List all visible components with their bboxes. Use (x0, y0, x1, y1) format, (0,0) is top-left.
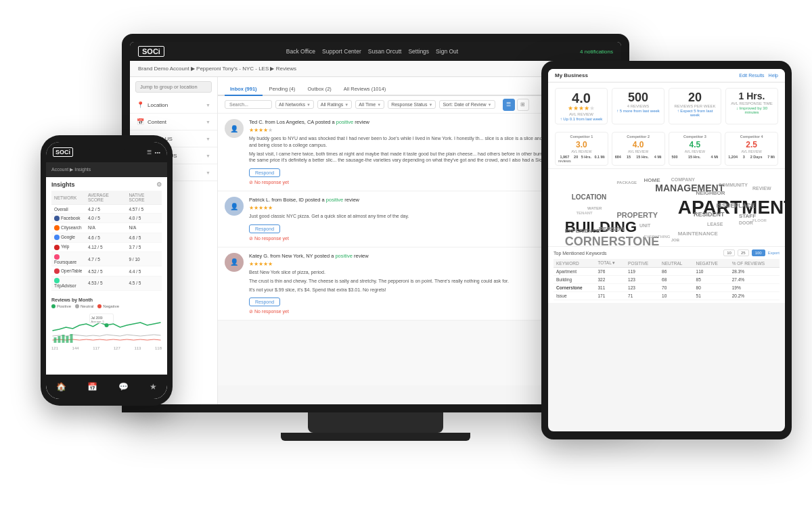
calendar-tab[interactable]: 📅 (87, 382, 97, 391)
competitor-card-1: Competitor 1 3.0 AVL REVIEW 1,967reviews… (555, 132, 608, 166)
word-cloud-word: FLOOR (752, 218, 767, 222)
word-cloud-word: TENANT (576, 211, 592, 215)
kw-cs-neg: 80 (694, 284, 729, 292)
response-filter[interactable]: Response Status▼ (388, 100, 436, 109)
respond-button[interactable]: Respond (249, 297, 280, 306)
tablet-frame: My Business Edit Results Help 4.0 ★★★★★ … (541, 61, 792, 439)
sidebar-item-content[interactable]: 📅 Content ▼ (130, 114, 217, 130)
network-ot: OpenTable (51, 266, 85, 276)
comp4-reviews: 1,204 (728, 155, 738, 159)
grid-view-btn[interactable]: ⊞ (517, 99, 529, 111)
sort-filter[interactable]: Sort: Date of Review▼ (439, 100, 495, 109)
perweek-sub: ↑ Expect 5 from last week (673, 109, 717, 117)
favorites-tab[interactable]: ★ (150, 382, 157, 391)
phone-frame: SOCi ☰ ••• Account ▶ Insights Insights ⚙ (41, 135, 173, 406)
support-link[interactable]: Support Center (322, 48, 361, 55)
kw-bld-pct: 27.4% (729, 276, 780, 284)
search-input[interactable] (225, 100, 272, 109)
list-view-btn[interactable]: ☰ (503, 99, 515, 111)
comp2-label: AVL REVIEW (615, 149, 662, 153)
sign-out-link[interactable]: Sign Out (436, 48, 458, 55)
svg-point-0 (105, 323, 109, 327)
export-btn[interactable]: Export (768, 251, 780, 255)
phone-title: Insights ⚙ (51, 181, 162, 188)
review-author: Katey G. from New York, NY posted a posi… (249, 253, 369, 259)
word-cloud-word: WATER (587, 206, 602, 210)
list-item: Foursquare 4.7 / 5 9 / 10 (51, 252, 162, 266)
kw-iss-total: 171 (595, 292, 625, 300)
25-btn[interactable]: 25 (738, 249, 749, 256)
comp3-label: AVL REVIEW (672, 149, 719, 153)
chart-legend: Positive Neutral Negative (51, 304, 162, 308)
avg-ta: 4.53 / 5 (85, 276, 127, 290)
edit-results-btn[interactable]: Edit Results (739, 73, 764, 78)
respond-button[interactable]: Respond (249, 224, 280, 233)
word-cloud-inner: APARTMENTBUILDINGCORNERSTONEMANAGEMENTPR… (554, 172, 780, 243)
kw-apt-neu: 86 (659, 268, 693, 276)
positive-dot (51, 304, 55, 308)
native-cs: N/A (126, 223, 162, 233)
tab-all-reviews[interactable]: All Reviews (1014) (338, 83, 392, 96)
10-btn[interactable]: 10 (723, 249, 735, 256)
kw-col-positive: POSITIVE (625, 259, 659, 268)
tab-outbox[interactable]: Outbox (2) (302, 83, 336, 96)
kw-col-neutral: NEUTRAL (659, 259, 693, 268)
user-name[interactable]: Susan Orcutt (368, 48, 402, 55)
network-ta: TripAdvisor (51, 276, 85, 290)
menu-icon[interactable]: ☰ (147, 149, 152, 156)
comp3-mi: 4 Mi (711, 155, 719, 159)
monitor-base (281, 433, 470, 441)
kw-cs-neu: 70 (659, 284, 693, 292)
chevron-icon-4: ▼ (206, 153, 210, 158)
phone-content: Insights ⚙ NETWORK AVERAGE SCORE NATIVE … (46, 177, 167, 357)
kw-bld-neu: 68 (659, 276, 693, 284)
comp2-score: 4.0 (615, 140, 662, 149)
response-time-sub: ↓ Improved by 30 minutes (730, 106, 773, 114)
help-btn[interactable]: Help (769, 73, 778, 78)
kw-cs-total: 311 (595, 284, 625, 292)
ratings-filter[interactable]: All Ratings▼ (317, 100, 352, 109)
tab-pending[interactable]: Pending (4) (264, 83, 301, 96)
sidebar-search-input[interactable] (135, 81, 212, 93)
time-filter[interactable]: All Time▼ (355, 100, 384, 109)
chevron-icon-2: ▼ (206, 120, 210, 124)
filter-icon[interactable]: ⚙ (156, 181, 162, 188)
home-tab[interactable]: 🏠 (56, 382, 66, 391)
kw-cornerstone: Cornerstone (554, 284, 595, 292)
messages-tab[interactable]: 💬 (118, 382, 129, 391)
native-gg: 4.6 / 5 (126, 233, 162, 242)
reviews-sub: ↑ 5 more from last week (616, 109, 660, 113)
back-office-link[interactable]: Back Office (286, 48, 315, 55)
word-cloud-word: ISSUE (716, 202, 734, 209)
network-gg: Google (51, 233, 85, 242)
notifications-badge[interactable]: 4 notifications (580, 49, 613, 55)
network-filter[interactable]: All Networks▼ (275, 100, 314, 109)
competitor-row: Competitor 1 3.0 AVL REVIEW 1,967reviews… (555, 132, 778, 166)
tab-inbox[interactable]: Inbox (991) (225, 83, 263, 96)
score-card-perweek: 20 REVIEWS PER WEEK ↑ Expect 5 from last… (669, 88, 721, 124)
network-fs: Foursquare (51, 252, 85, 266)
score-card-reviews: 500 4 REVIEWS ↑ 5 more from last week (612, 88, 664, 124)
word-cloud-word: MAINTENANCE (678, 231, 718, 237)
native-overall: 4.57 / 5 (126, 205, 162, 214)
100-btn[interactable]: 100 (752, 249, 765, 256)
comp1-name: Competitor 1 (558, 135, 605, 139)
citysearch-icon (54, 225, 60, 231)
kw-bld-neg: 85 (694, 276, 729, 284)
avg-score-stars: ★★★★★ (560, 105, 603, 112)
chevron-icon: ▼ (206, 103, 210, 108)
competitor-card-3: Competitor 3 4.5 AVL REVIEW 500 15 Hrs. … (669, 132, 722, 166)
avg-fs: 4.7 / 5 (85, 252, 127, 266)
avg-gg: 4.6 / 5 (85, 233, 127, 242)
top-keywords-label: Top Mentioned Keywords (554, 251, 607, 256)
settings-link[interactable]: Settings (408, 48, 429, 55)
sidebar-item-location[interactable]: 📍 Location ▼ (130, 97, 217, 114)
respond-button[interactable]: Respond (249, 168, 280, 177)
more-icon[interactable]: ••• (155, 149, 160, 156)
view-toggle: ☰ ⊞ (499, 99, 533, 111)
word-cloud-word: PACKAGE (617, 181, 637, 185)
list-item: Yelp 4.12 / 5 3.7 / 5 (51, 242, 162, 252)
score-cards: 4.0 ★★★★★ AVL REVIEW ↑ Up 0.1 from last … (548, 82, 785, 127)
col-native: NATIVE SCORE (126, 191, 162, 205)
negative-dot (97, 304, 102, 308)
